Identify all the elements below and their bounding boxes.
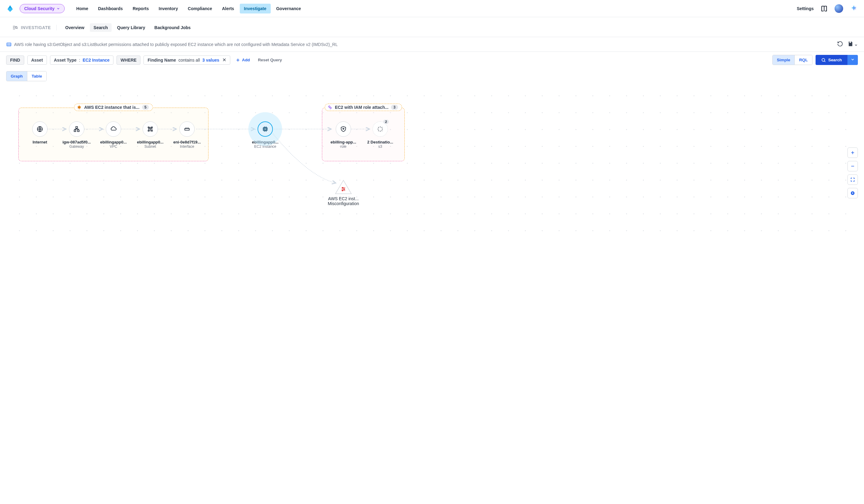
svg-point-38 xyxy=(342,187,343,188)
nav-reports[interactable]: Reports xyxy=(129,4,153,13)
ai-sparkle-icon[interactable] xyxy=(850,4,858,13)
svg-point-26 xyxy=(148,127,149,128)
tab-search[interactable]: Search xyxy=(90,23,112,32)
finding-label: Finding Name xyxy=(147,58,176,62)
settings-link[interactable]: Settings xyxy=(797,6,814,11)
mode-rql[interactable]: RQL xyxy=(794,55,812,65)
query-title: AWS role having s3:GetObject and s3:List… xyxy=(14,42,338,47)
node-s3-sub: s3 xyxy=(362,144,399,149)
undo-button[interactable] xyxy=(837,41,843,48)
globe-icon xyxy=(36,126,43,132)
docs-icon[interactable] xyxy=(820,5,828,12)
node-role-sub: role xyxy=(325,144,362,149)
query-builder-row: FIND Asset Asset Type : EC2 Instance WHE… xyxy=(0,51,864,68)
node-gateway-label: igw-087ad5f0... xyxy=(58,140,95,144)
page-subheader: INVESTIGATE Overview Search Query Librar… xyxy=(0,17,864,37)
radar-icon xyxy=(327,105,332,110)
asset-chip[interactable]: Asset xyxy=(27,56,47,65)
nav-home[interactable]: Home xyxy=(72,4,93,13)
node-ec2[interactable]: ebillingapp0... EC2 Instance xyxy=(247,121,284,149)
search-button-group: Search xyxy=(816,55,858,65)
svg-line-12 xyxy=(824,61,825,62)
user-avatar[interactable] xyxy=(835,4,843,13)
svg-point-28 xyxy=(148,130,149,132)
zoom-in-button[interactable] xyxy=(848,147,858,158)
node-gateway-sub: Gateway xyxy=(58,144,95,149)
breadcrumb: INVESTIGATE xyxy=(12,25,57,31)
query-title-row: AWS role having s3:GetObject and s3:List… xyxy=(0,37,864,51)
node-subnet[interactable]: ebillingapp0... Subnet xyxy=(132,121,169,149)
node-misconfig[interactable]: AWS EC2 inst... Misconfiguration xyxy=(322,180,365,206)
add-filter-label: Add xyxy=(242,58,250,62)
asset-type-value: EC2 Instance xyxy=(83,58,109,62)
graph-canvas[interactable]: AWS EC2 instance that is... 5 EC2 with I… xyxy=(6,86,858,245)
svg-line-4 xyxy=(17,28,17,29)
bug-icon xyxy=(77,105,82,110)
zoom-out-button[interactable] xyxy=(848,161,858,171)
svg-point-29 xyxy=(152,130,153,132)
save-query-button[interactable] xyxy=(848,41,858,48)
search-dropdown[interactable] xyxy=(848,55,858,65)
nav-investigate[interactable]: Investigate xyxy=(240,4,271,13)
tab-background-jobs[interactable]: Background Jobs xyxy=(151,23,194,32)
tab-overview[interactable]: Overview xyxy=(62,23,88,32)
where-keyword-chip: WHERE xyxy=(117,56,141,65)
graph-zoom-controls xyxy=(848,147,858,199)
mode-simple[interactable]: Simple xyxy=(773,55,795,65)
node-vpc[interactable]: ebillingapp0... VPC xyxy=(95,121,132,149)
nav-governance[interactable]: Governance xyxy=(272,4,305,13)
nav-dashboards[interactable]: Dashboards xyxy=(94,4,127,13)
node-s3-label: 2 Destinatio... xyxy=(362,140,399,144)
nav-inventory[interactable]: Inventory xyxy=(155,4,182,13)
asset-type-label: Asset Type xyxy=(54,58,77,62)
product-switcher[interactable]: Cloud Security xyxy=(20,4,65,13)
svg-point-13 xyxy=(78,106,80,109)
svg-point-33 xyxy=(343,128,344,129)
svg-point-27 xyxy=(152,127,153,128)
asset-type-chip[interactable]: Asset Type : EC2 Instance xyxy=(50,56,114,65)
node-internet[interactable]: Internet xyxy=(22,121,58,144)
app-logo[interactable] xyxy=(6,4,14,13)
search-button[interactable]: Search xyxy=(816,55,848,65)
download-button[interactable] xyxy=(848,188,858,199)
tab-query-library[interactable]: Query Library xyxy=(113,23,149,32)
node-subnet-label: ebillingapp0... xyxy=(132,140,169,144)
nav-compliance[interactable]: Compliance xyxy=(184,4,216,13)
cpu-icon xyxy=(262,126,268,132)
node-interface[interactable]: eni-0e8d7f19... Interface xyxy=(169,121,205,149)
group-left-count: 5 xyxy=(142,105,149,110)
view-graph[interactable]: Graph xyxy=(7,71,27,81)
svg-rect-23 xyxy=(76,127,77,129)
svg-rect-32 xyxy=(264,128,266,130)
node-misconfig-label: AWS EC2 inst... xyxy=(322,196,365,201)
nav-alerts[interactable]: Alerts xyxy=(218,4,239,13)
finding-filter-chip[interactable]: Finding Name contains all 3 values ✕ xyxy=(144,56,230,65)
top-bar: Cloud Security Home Dashboards Reports I… xyxy=(0,0,864,17)
node-s3-badge: 2 xyxy=(383,120,389,124)
node-interface-sub: Interface xyxy=(169,144,205,149)
find-keyword-chip: FIND xyxy=(6,56,24,65)
group-left-title: AWS EC2 instance that is... xyxy=(84,105,140,110)
gateway-icon xyxy=(73,126,80,132)
add-filter-button[interactable]: Add xyxy=(233,56,252,64)
finding-op: contains all xyxy=(178,58,200,62)
svg-point-3 xyxy=(15,26,17,28)
main-nav: Home Dashboards Reports Inventory Compli… xyxy=(72,4,305,13)
reset-query-button[interactable]: Reset Query xyxy=(255,56,285,64)
group-public-ec2-label[interactable]: AWS EC2 instance that is... 5 xyxy=(74,104,153,111)
node-subnet-sub: Subnet xyxy=(132,144,169,149)
svg-rect-25 xyxy=(77,130,80,132)
node-s3[interactable]: 2 2 Destinatio... s3 xyxy=(362,121,399,149)
remove-finding-filter[interactable]: ✕ xyxy=(222,58,226,62)
node-role[interactable]: ebilling-app... role xyxy=(325,121,362,149)
fullscreen-button[interactable] xyxy=(848,175,858,185)
group-iam-role-label[interactable]: EC2 with IAM role attach... 3 xyxy=(325,104,402,111)
view-table[interactable]: Table xyxy=(27,71,46,81)
svg-point-14 xyxy=(329,107,331,108)
node-vpc-label: ebillingapp0... xyxy=(95,140,132,144)
loading-icon xyxy=(377,126,384,132)
svg-rect-8 xyxy=(850,42,851,43)
node-gateway[interactable]: igw-087ad5f0... Gateway xyxy=(58,121,95,149)
sliders-icon xyxy=(341,187,346,192)
product-switcher-label: Cloud Security xyxy=(24,6,55,11)
